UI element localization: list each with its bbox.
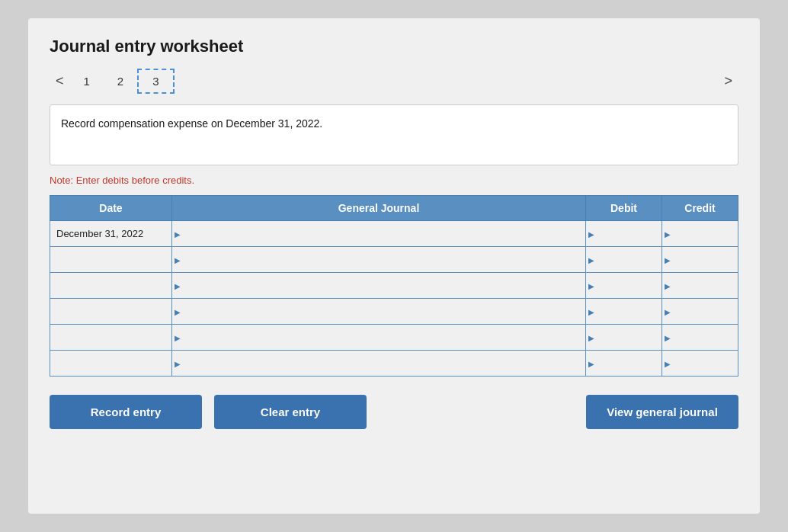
date-cell-4 bbox=[50, 325, 172, 351]
debit-input-0[interactable] bbox=[598, 226, 661, 241]
tab-2[interactable]: 2 bbox=[104, 70, 137, 92]
journal-cell-0[interactable] bbox=[172, 221, 586, 247]
journal-input-1[interactable] bbox=[184, 252, 585, 267]
journal-input-4[interactable] bbox=[184, 330, 585, 345]
buttons-row: Record entry Clear entry View general jo… bbox=[50, 395, 738, 429]
debit-input-5[interactable] bbox=[598, 356, 661, 370]
note-text: Note: Enter debits before credits. bbox=[50, 175, 738, 186]
worksheet-container: Journal entry worksheet < 1 2 3 > Record… bbox=[28, 18, 760, 514]
col-header-credit: Credit bbox=[662, 196, 738, 221]
date-cell-5 bbox=[50, 351, 172, 377]
debit-cell-4[interactable] bbox=[586, 325, 662, 351]
tabs-row: < 1 2 3 > bbox=[50, 69, 738, 94]
credit-input-0[interactable] bbox=[674, 226, 738, 241]
journal-cell-4[interactable] bbox=[172, 325, 586, 351]
prev-arrow[interactable]: < bbox=[50, 70, 70, 92]
journal-input-5[interactable] bbox=[184, 356, 585, 370]
description-box: Record compensation expense on December … bbox=[50, 104, 738, 165]
journal-input-2[interactable] bbox=[184, 278, 585, 293]
table-row bbox=[50, 351, 738, 377]
debit-cell-2[interactable] bbox=[586, 273, 662, 299]
debit-input-3[interactable] bbox=[598, 304, 661, 319]
col-header-date: Date bbox=[50, 196, 172, 221]
credit-input-3[interactable] bbox=[674, 304, 738, 319]
credit-cell-5[interactable] bbox=[662, 351, 738, 377]
credit-input-4[interactable] bbox=[674, 330, 738, 345]
col-header-journal: General Journal bbox=[172, 196, 586, 221]
debit-input-2[interactable] bbox=[598, 278, 661, 293]
debit-input-4[interactable] bbox=[598, 330, 661, 345]
credit-input-2[interactable] bbox=[674, 278, 738, 293]
date-cell-0: December 31, 2022 bbox=[50, 221, 172, 247]
credit-input-5[interactable] bbox=[674, 356, 738, 370]
view-general-journal-button[interactable]: View general journal bbox=[586, 395, 738, 429]
tab-3[interactable]: 3 bbox=[137, 69, 174, 94]
page-title: Journal entry worksheet bbox=[50, 37, 738, 56]
credit-cell-4[interactable] bbox=[662, 325, 738, 351]
debit-cell-5[interactable] bbox=[586, 351, 662, 377]
journal-cell-5[interactable] bbox=[172, 351, 586, 377]
description-text: Record compensation expense on December … bbox=[61, 117, 322, 130]
debit-cell-1[interactable] bbox=[586, 247, 662, 273]
next-arrow[interactable]: > bbox=[718, 70, 738, 92]
debit-cell-3[interactable] bbox=[586, 299, 662, 325]
date-cell-1 bbox=[50, 247, 172, 273]
tab-1[interactable]: 1 bbox=[70, 70, 104, 92]
journal-cell-3[interactable] bbox=[172, 299, 586, 325]
credit-cell-3[interactable] bbox=[662, 299, 738, 325]
clear-entry-button[interactable]: Clear entry bbox=[214, 395, 367, 429]
debit-cell-0[interactable] bbox=[586, 221, 662, 247]
debit-input-1[interactable] bbox=[598, 252, 661, 267]
credit-input-1[interactable] bbox=[674, 252, 738, 267]
record-entry-button[interactable]: Record entry bbox=[50, 395, 202, 429]
credit-cell-0[interactable] bbox=[662, 221, 738, 247]
journal-input-0[interactable] bbox=[184, 226, 585, 241]
table-row: December 31, 2022 bbox=[50, 221, 738, 247]
table-row bbox=[50, 325, 738, 351]
journal-table: Date General Journal Debit Credit Decemb… bbox=[50, 195, 738, 377]
journal-cell-2[interactable] bbox=[172, 273, 586, 299]
date-cell-2 bbox=[50, 273, 172, 299]
journal-cell-1[interactable] bbox=[172, 247, 586, 273]
journal-input-3[interactable] bbox=[184, 304, 585, 319]
col-header-debit: Debit bbox=[586, 196, 662, 221]
table-row bbox=[50, 299, 738, 325]
date-cell-3 bbox=[50, 299, 172, 325]
credit-cell-2[interactable] bbox=[662, 273, 738, 299]
table-row bbox=[50, 273, 738, 299]
credit-cell-1[interactable] bbox=[662, 247, 738, 273]
table-row bbox=[50, 247, 738, 273]
